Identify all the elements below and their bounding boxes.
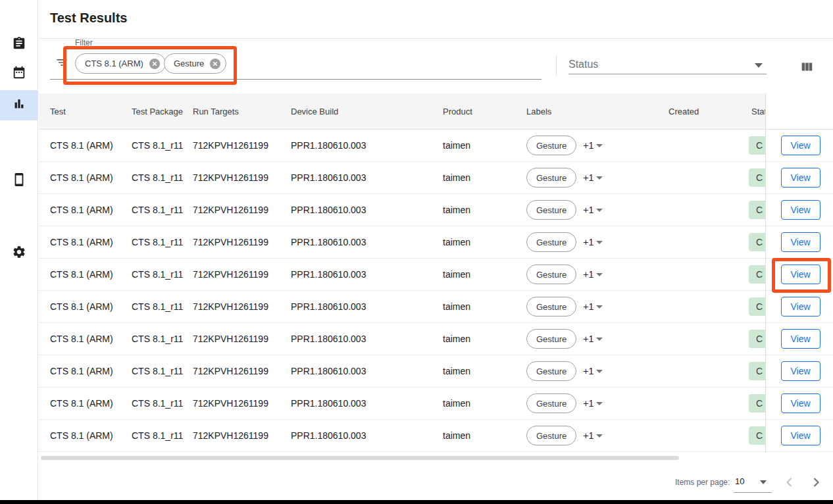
status-badge: C bbox=[749, 265, 766, 284]
table-row[interactable]: CTS 8.1 (ARM) CTS 8.1_r11 712KPVH1261199… bbox=[39, 259, 766, 291]
close-icon[interactable] bbox=[210, 59, 220, 69]
view-button[interactable]: View bbox=[781, 329, 820, 349]
cell-device-build: PPR1.180610.003 bbox=[291, 172, 443, 183]
chevron-down-icon[interactable] bbox=[760, 480, 767, 484]
label-chip: Gesture bbox=[526, 329, 576, 349]
view-button[interactable]: View bbox=[781, 232, 820, 252]
column-run-targets[interactable]: Run Targets bbox=[193, 107, 291, 116]
filter-chip-gesture[interactable]: Gesture bbox=[164, 53, 226, 74]
sidebar-item-tests[interactable] bbox=[0, 30, 38, 60]
table-row[interactable]: CTS 8.1 (ARM) CTS 8.1_r11 712KPVH1261199… bbox=[39, 291, 766, 323]
chevron-down-icon bbox=[596, 338, 603, 341]
column-product[interactable]: Product bbox=[443, 107, 526, 116]
table-row[interactable]: CTS 8.1 (ARM) CTS 8.1_r11 712KPVH1261199… bbox=[39, 226, 766, 259]
sidebar-item-results[interactable] bbox=[0, 90, 38, 120]
horizontal-scrollbar-thumb[interactable] bbox=[41, 456, 679, 460]
view-button[interactable]: View bbox=[781, 361, 820, 381]
cell-run-targets: 712KPVH1261199 bbox=[193, 366, 291, 376]
previous-page-button[interactable] bbox=[782, 474, 797, 493]
more-labels-dropdown[interactable]: +1 bbox=[583, 301, 603, 312]
view-cell: View bbox=[766, 355, 833, 388]
more-labels-dropdown[interactable]: +1 bbox=[583, 205, 603, 215]
column-status[interactable]: Stat bbox=[751, 107, 766, 116]
table-row[interactable]: CTS 8.1 (ARM) CTS 8.1_r11 712KPVH1261199… bbox=[39, 420, 766, 452]
cell-device-build: PPR1.180610.003 bbox=[291, 430, 443, 441]
column-test[interactable]: Test bbox=[50, 107, 132, 116]
status-badge: C bbox=[749, 330, 766, 348]
view-button[interactable]: View bbox=[781, 265, 820, 284]
view-button[interactable]: View bbox=[781, 297, 820, 316]
table-row[interactable]: CTS 8.1 (ARM) CTS 8.1_r11 712KPVH1261199… bbox=[39, 194, 766, 226]
filter-input-underline[interactable] bbox=[50, 79, 542, 80]
more-labels-dropdown[interactable]: +1 bbox=[583, 334, 603, 344]
gear-icon bbox=[12, 245, 26, 262]
more-labels-dropdown[interactable]: +1 bbox=[583, 430, 603, 441]
table-row[interactable]: CTS 8.1 (ARM) CTS 8.1_r11 712KPVH1261199… bbox=[39, 323, 766, 355]
sidebar-item-plans[interactable] bbox=[0, 59, 38, 89]
filter-chip-label: Gesture bbox=[174, 59, 204, 68]
cell-test-package: CTS 8.1_r11 bbox=[132, 366, 193, 376]
cell-test-package: CTS 8.1_r11 bbox=[132, 269, 193, 280]
view-cell: View bbox=[766, 226, 833, 259]
close-icon[interactable] bbox=[149, 59, 160, 69]
view-button[interactable]: View bbox=[781, 168, 820, 188]
calendar-icon bbox=[12, 65, 26, 82]
cell-labels: Gesture +1 bbox=[526, 361, 669, 381]
view-cell: View bbox=[766, 388, 833, 420]
chevron-down-icon bbox=[596, 370, 603, 373]
view-button[interactable]: View bbox=[781, 136, 820, 155]
column-test-package[interactable]: Test Package bbox=[132, 107, 193, 116]
table-row[interactable]: CTS 8.1 (ARM) CTS 8.1_r11 712KPVH1261199… bbox=[39, 388, 766, 420]
cell-labels: Gesture +1 bbox=[526, 426, 669, 445]
cell-test-package: CTS 8.1_r11 bbox=[132, 140, 193, 151]
cell-run-targets: 712KPVH1261199 bbox=[193, 430, 291, 441]
more-labels-dropdown[interactable]: +1 bbox=[583, 172, 603, 183]
sidebar-item-devices[interactable] bbox=[0, 166, 38, 196]
view-cell: View bbox=[766, 323, 833, 355]
more-labels-dropdown[interactable]: +1 bbox=[583, 237, 603, 247]
cell-run-targets: 712KPVH1261199 bbox=[193, 269, 291, 280]
cell-run-targets: 712KPVH1261199 bbox=[193, 334, 291, 344]
more-labels-dropdown[interactable]: +1 bbox=[583, 366, 603, 376]
cell-run-targets: 712KPVH1261199 bbox=[193, 301, 291, 312]
cell-test-package: CTS 8.1_r11 bbox=[132, 205, 193, 215]
chevron-down-icon[interactable] bbox=[755, 63, 763, 68]
items-per-page-underline bbox=[734, 492, 772, 493]
column-labels[interactable]: Labels bbox=[526, 107, 669, 116]
filter-list-icon[interactable] bbox=[55, 56, 68, 69]
table-body: CTS 8.1 (ARM) CTS 8.1_r11 712KPVH1261199… bbox=[39, 130, 766, 452]
cell-product: taimen bbox=[443, 237, 526, 247]
cell-labels: Gesture +1 bbox=[526, 200, 669, 220]
view-columns-button[interactable] bbox=[798, 59, 815, 76]
chevron-down-icon bbox=[596, 241, 603, 244]
table-row[interactable]: CTS 8.1 (ARM) CTS 8.1_r11 712KPVH1261199… bbox=[39, 162, 766, 194]
next-page-button[interactable] bbox=[808, 474, 824, 493]
cell-product: taimen bbox=[443, 301, 526, 312]
cell-run-targets: 712KPVH1261199 bbox=[193, 398, 291, 409]
taskbar-strip bbox=[0, 500, 833, 504]
view-cell: View bbox=[766, 130, 833, 162]
more-labels-dropdown[interactable]: +1 bbox=[583, 140, 603, 151]
cell-product: taimen bbox=[443, 430, 526, 441]
label-chip: Gesture bbox=[526, 297, 576, 316]
column-created[interactable]: Created bbox=[669, 107, 751, 116]
cell-test-package: CTS 8.1_r11 bbox=[132, 237, 193, 247]
cell-product: taimen bbox=[443, 334, 526, 344]
column-device-build[interactable]: Device Build bbox=[291, 107, 443, 116]
filter-chip-cts[interactable]: CTS 8.1 (ARM) bbox=[75, 53, 166, 74]
more-labels-dropdown[interactable]: +1 bbox=[583, 269, 603, 280]
cell-test: CTS 8.1 (ARM) bbox=[50, 237, 132, 247]
view-button[interactable]: View bbox=[781, 426, 820, 445]
status-badge: C bbox=[749, 426, 766, 445]
more-labels-dropdown[interactable]: +1 bbox=[583, 398, 603, 409]
sidebar-item-settings[interactable] bbox=[0, 238, 38, 268]
table-row[interactable]: CTS 8.1 (ARM) CTS 8.1_r11 712KPVH1261199… bbox=[39, 355, 766, 388]
items-per-page-select[interactable]: 10 bbox=[735, 476, 744, 486]
table-row[interactable]: CTS 8.1 (ARM) CTS 8.1_r11 712KPVH1261199… bbox=[39, 130, 766, 162]
table-header-row: Test Test Package Run Targets Device Bui… bbox=[39, 93, 766, 130]
header-divider bbox=[39, 38, 833, 39]
view-button[interactable]: View bbox=[781, 200, 820, 220]
status-select[interactable]: Status bbox=[568, 59, 598, 70]
cell-product: taimen bbox=[443, 172, 526, 183]
view-button[interactable]: View bbox=[781, 393, 820, 413]
